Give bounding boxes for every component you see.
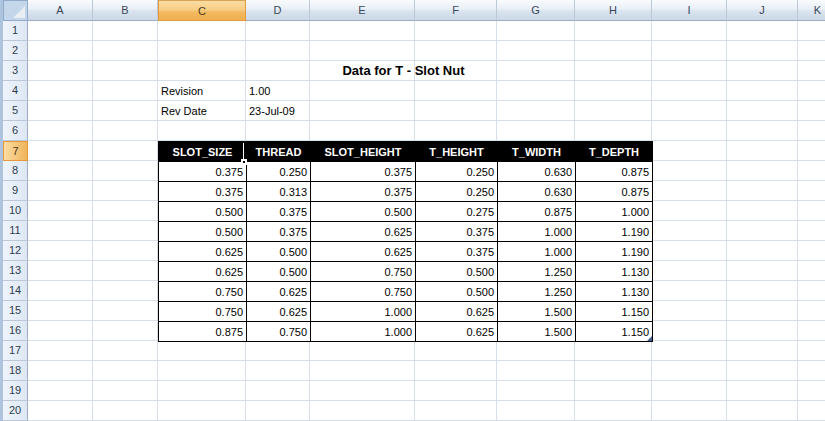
- cell-F11[interactable]: 0.375: [416, 222, 498, 242]
- column-header-F[interactable]: F: [415, 0, 497, 21]
- row-header-13[interactable]: 13: [3, 261, 28, 281]
- column-header-K[interactable]: K: [798, 0, 825, 21]
- row-header-3[interactable]: 3: [3, 61, 28, 81]
- cell-D14[interactable]: 0.625: [247, 282, 311, 302]
- table-header-thread[interactable]: THREAD: [247, 142, 311, 162]
- cell-E14[interactable]: 0.750: [311, 282, 416, 302]
- cell-E12[interactable]: 0.625: [311, 242, 416, 262]
- cell-C13[interactable]: 0.625: [159, 262, 247, 282]
- cell-D13[interactable]: 0.500: [247, 262, 311, 282]
- cell-G9[interactable]: 0.630: [498, 182, 576, 202]
- column-header-E[interactable]: E: [310, 0, 415, 21]
- cell-G14[interactable]: 1.250: [498, 282, 576, 302]
- cell-H15[interactable]: 1.150: [576, 302, 653, 322]
- cell-F10[interactable]: 0.275: [416, 202, 498, 222]
- cell-H10[interactable]: 1.000: [576, 202, 653, 222]
- row-header-6[interactable]: 6: [3, 121, 28, 141]
- fill-handle[interactable]: [241, 159, 247, 165]
- cell-D11[interactable]: 0.375: [247, 222, 311, 242]
- cell-E16[interactable]: 1.000: [311, 322, 416, 342]
- cell-E11[interactable]: 0.625: [311, 222, 416, 242]
- cell-F9[interactable]: 0.250: [416, 182, 498, 202]
- row-header-1[interactable]: 1: [3, 21, 28, 41]
- table-header-t_height[interactable]: T_HEIGHT: [416, 142, 498, 162]
- cell-G13[interactable]: 1.250: [498, 262, 576, 282]
- cell-F14[interactable]: 0.500: [416, 282, 498, 302]
- cell-C10[interactable]: 0.500: [159, 202, 247, 222]
- cell-H12[interactable]: 1.190: [576, 242, 653, 262]
- column-header-B[interactable]: B: [93, 0, 158, 21]
- select-all-corner[interactable]: [3, 0, 28, 21]
- table-header-t_width[interactable]: T_WIDTH: [498, 142, 576, 162]
- cell-G15[interactable]: 1.500: [498, 302, 576, 322]
- column-header-D[interactable]: D: [246, 0, 310, 21]
- row-header-4[interactable]: 4: [3, 81, 28, 101]
- cell-H14[interactable]: 1.130: [576, 282, 653, 302]
- cell-F16[interactable]: 0.625: [416, 322, 498, 342]
- cell-H16[interactable]: 1.150: [576, 322, 653, 342]
- cell-E10[interactable]: 0.500: [311, 202, 416, 222]
- cell-D9[interactable]: 0.313: [247, 182, 311, 202]
- spreadsheet-app: ABCDEFGHIJK 1234567891011121314151617181…: [0, 0, 825, 421]
- cell-G12[interactable]: 1.000: [498, 242, 576, 262]
- cell-C15[interactable]: 0.750: [159, 302, 247, 322]
- cell-F8[interactable]: 0.250: [416, 162, 498, 182]
- cell-D12[interactable]: 0.500: [247, 242, 311, 262]
- column-header-A[interactable]: A: [28, 0, 93, 21]
- column-header-G[interactable]: G: [497, 0, 575, 21]
- cell-E15[interactable]: 1.000: [311, 302, 416, 322]
- cell-F13[interactable]: 0.500: [416, 262, 498, 282]
- row-header-11[interactable]: 11: [3, 221, 28, 241]
- cell-D15[interactable]: 0.625: [247, 302, 311, 322]
- cell-C8[interactable]: 0.375: [159, 162, 247, 182]
- cell-H8[interactable]: 0.875: [576, 162, 653, 182]
- cell-F15[interactable]: 0.625: [416, 302, 498, 322]
- cell-C16[interactable]: 0.875: [159, 322, 247, 342]
- cell-C12[interactable]: 0.625: [159, 242, 247, 262]
- row-header-7[interactable]: 7: [3, 141, 28, 161]
- row-header-19[interactable]: 19: [3, 381, 28, 401]
- cell-D8[interactable]: 0.250: [247, 162, 311, 182]
- revision-label-cell[interactable]: Revision: [158, 81, 246, 101]
- cell-E9[interactable]: 0.375: [311, 182, 416, 202]
- cell-E8[interactable]: 0.375: [311, 162, 416, 182]
- row-header-15[interactable]: 15: [3, 301, 28, 321]
- row-header-14[interactable]: 14: [3, 281, 28, 301]
- column-header-I[interactable]: I: [652, 0, 727, 21]
- row-header-2[interactable]: 2: [3, 41, 28, 61]
- table-header-slot_size[interactable]: SLOT_SIZE: [159, 142, 247, 162]
- table-header-t_depth[interactable]: T_DEPTH: [576, 142, 653, 162]
- row-header-17[interactable]: 17: [3, 341, 28, 361]
- row-header-9[interactable]: 9: [3, 181, 28, 201]
- cell-C11[interactable]: 0.500: [159, 222, 247, 242]
- cell-C9[interactable]: 0.375: [159, 182, 247, 202]
- revdate-value-cell[interactable]: 23-Jul-09: [246, 101, 310, 121]
- row-header-8[interactable]: 8: [3, 161, 28, 181]
- column-header-H[interactable]: H: [575, 0, 652, 21]
- row-header-12[interactable]: 12: [3, 241, 28, 261]
- row-header-5[interactable]: 5: [3, 101, 28, 121]
- cell-H11[interactable]: 1.190: [576, 222, 653, 242]
- table-resize-handle[interactable]: [647, 336, 652, 341]
- cell-H9[interactable]: 0.875: [576, 182, 653, 202]
- row-header-16[interactable]: 16: [3, 321, 28, 341]
- revision-value-cell[interactable]: 1.00: [246, 81, 310, 101]
- cell-F12[interactable]: 0.375: [416, 242, 498, 262]
- cell-G16[interactable]: 1.500: [498, 322, 576, 342]
- cell-G11[interactable]: 1.000: [498, 222, 576, 242]
- row-header-18[interactable]: 18: [3, 361, 28, 381]
- column-header-C[interactable]: C: [158, 0, 246, 21]
- sheet-title-cell[interactable]: Data for T - Slot Nut: [310, 61, 497, 81]
- cell-H13[interactable]: 1.130: [576, 262, 653, 282]
- cell-G10[interactable]: 0.875: [498, 202, 576, 222]
- row-header-10[interactable]: 10: [3, 201, 28, 221]
- cell-D16[interactable]: 0.750: [247, 322, 311, 342]
- table-header-slot_height[interactable]: SLOT_HEIGHT: [311, 142, 416, 162]
- column-header-J[interactable]: J: [727, 0, 798, 21]
- cell-C14[interactable]: 0.750: [159, 282, 247, 302]
- cell-E13[interactable]: 0.750: [311, 262, 416, 282]
- cell-D10[interactable]: 0.375: [247, 202, 311, 222]
- revdate-label-cell[interactable]: Rev Date: [158, 101, 246, 121]
- row-header-20[interactable]: 20: [3, 401, 28, 421]
- cell-G8[interactable]: 0.630: [498, 162, 576, 182]
